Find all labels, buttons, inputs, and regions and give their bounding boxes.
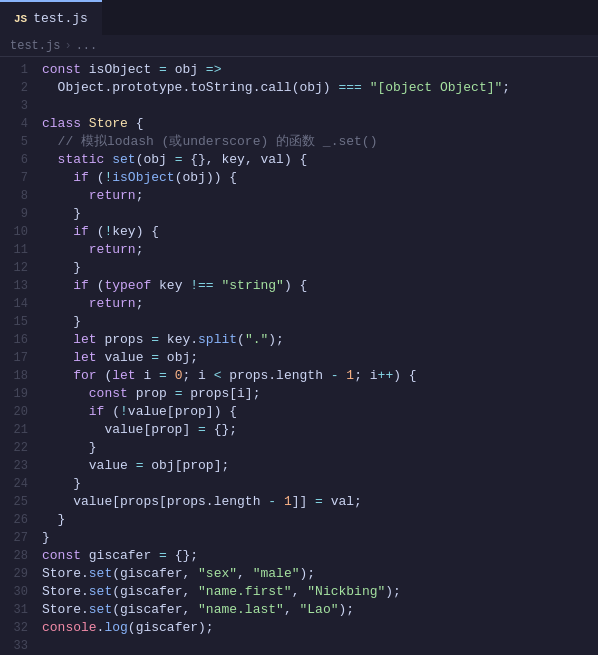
ln-22: 22: [8, 439, 34, 457]
code-line-12: }: [42, 259, 598, 277]
code-line-31: Store.set(giscafer, "name.last", "Lao");: [42, 601, 598, 619]
code-line-2: Object.prototype.toString.call(obj) === …: [42, 79, 598, 97]
ln-8: 8: [8, 187, 34, 205]
ln-23: 23: [8, 457, 34, 475]
ln-19: 19: [8, 385, 34, 403]
code-line-5: // 模拟lodash (或underscore) 的函数 _.set(): [42, 133, 598, 151]
code-line-20: if (!value[prop]) {: [42, 403, 598, 421]
ln-6: 6: [8, 151, 34, 169]
ln-18: 18: [8, 367, 34, 385]
code-line-8: return;: [42, 187, 598, 205]
code-lines: const isObject = obj => Object.prototype…: [42, 57, 598, 655]
ln-1: 1: [8, 61, 34, 79]
code-line-24: }: [42, 475, 598, 493]
tab-bar: JS test.js: [0, 0, 598, 35]
ln-28: 28: [8, 547, 34, 565]
ln-27: 27: [8, 529, 34, 547]
ln-9: 9: [8, 205, 34, 223]
js-file-icon: JS: [14, 13, 27, 25]
ln-33: 33: [8, 637, 34, 655]
code-line-29: Store.set(giscafer, "sex", "male");: [42, 565, 598, 583]
tab-filename: test.js: [33, 11, 88, 26]
ln-12: 12: [8, 259, 34, 277]
code-line-14: return;: [42, 295, 598, 313]
ln-5: 5: [8, 133, 34, 151]
ln-32: 32: [8, 619, 34, 637]
code-line-6: static set(obj = {}, key, val) {: [42, 151, 598, 169]
code-line-21: value[prop] = {};: [42, 421, 598, 439]
code-line-17: let value = obj;: [42, 349, 598, 367]
code-area: 1 2 3 4 5 6 7 8 9 10 11 12 13 14 15 16 1…: [0, 57, 598, 655]
code-line-23: value = obj[prop];: [42, 457, 598, 475]
code-line-10: if (!key) {: [42, 223, 598, 241]
ln-29: 29: [8, 565, 34, 583]
ln-7: 7: [8, 169, 34, 187]
code-line-1: const isObject = obj =>: [42, 61, 598, 79]
code-line-18: for (let i = 0; i < props.length - 1; i+…: [42, 367, 598, 385]
ln-14: 14: [8, 295, 34, 313]
code-line-16: let props = key.split(".");: [42, 331, 598, 349]
code-line-19: const prop = props[i];: [42, 385, 598, 403]
line-numbers: 1 2 3 4 5 6 7 8 9 10 11 12 13 14 15 16 1…: [0, 57, 42, 655]
ln-11: 11: [8, 241, 34, 259]
breadcrumb: test.js › ...: [0, 35, 598, 57]
code-line-28: const giscafer = {};: [42, 547, 598, 565]
ln-25: 25: [8, 493, 34, 511]
breadcrumb-separator: ›: [64, 39, 71, 53]
ln-30: 30: [8, 583, 34, 601]
code-line-22: }: [42, 439, 598, 457]
ln-24: 24: [8, 475, 34, 493]
ln-2: 2: [8, 79, 34, 97]
code-line-33: [42, 637, 598, 655]
code-line-7: if (!isObject(obj)) {: [42, 169, 598, 187]
ln-13: 13: [8, 277, 34, 295]
code-line-11: return;: [42, 241, 598, 259]
ln-15: 15: [8, 313, 34, 331]
code-line-26: }: [42, 511, 598, 529]
editor: JS test.js test.js › ... 1 2 3 4 5 6 7 8…: [0, 0, 598, 655]
code-line-3: [42, 97, 598, 115]
code-line-15: }: [42, 313, 598, 331]
ln-26: 26: [8, 511, 34, 529]
ln-4: 4: [8, 115, 34, 133]
breadcrumb-filename: test.js: [10, 39, 60, 53]
code-line-4: class Store {: [42, 115, 598, 133]
ln-16: 16: [8, 331, 34, 349]
code-line-27: }: [42, 529, 598, 547]
ln-3: 3: [8, 97, 34, 115]
code-line-13: if (typeof key !== "string") {: [42, 277, 598, 295]
ln-17: 17: [8, 349, 34, 367]
ln-10: 10: [8, 223, 34, 241]
code-line-30: Store.set(giscafer, "name.first", "Nickb…: [42, 583, 598, 601]
ln-20: 20: [8, 403, 34, 421]
active-tab[interactable]: JS test.js: [0, 0, 102, 35]
code-line-9: }: [42, 205, 598, 223]
breadcrumb-path: ...: [76, 39, 98, 53]
ln-31: 31: [8, 601, 34, 619]
code-line-25: value[props[props.length - 1]] = val;: [42, 493, 598, 511]
code-line-32: console.log(giscafer);: [42, 619, 598, 637]
ln-21: 21: [8, 421, 34, 439]
